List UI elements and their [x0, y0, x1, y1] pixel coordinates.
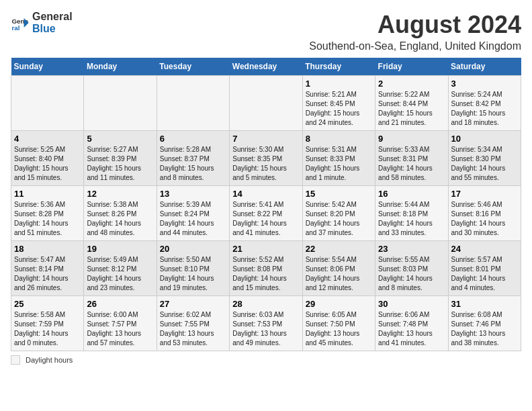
day-info: Sunrise: 5:50 AM Sunset: 8:10 PM Dayligh…: [160, 255, 226, 293]
calendar-cell: 13Sunrise: 5:39 AM Sunset: 8:24 PM Dayli…: [157, 186, 229, 241]
day-number: 2: [378, 79, 445, 89]
day-info: Sunrise: 5:21 AM Sunset: 8:45 PM Dayligh…: [306, 90, 372, 128]
logo: Gene ral General Blue: [11, 11, 73, 34]
calendar-header-row: SundayMondayTuesdayWednesdayThursdayFrid…: [11, 58, 521, 76]
day-number: 15: [306, 189, 372, 199]
day-info: Sunrise: 5:52 AM Sunset: 8:08 PM Dayligh…: [232, 255, 299, 293]
calendar-cell: 7Sunrise: 5:30 AM Sunset: 8:35 PM Daylig…: [230, 131, 302, 186]
day-info: Sunrise: 5:42 AM Sunset: 8:20 PM Dayligh…: [306, 200, 372, 238]
day-number: 26: [87, 299, 153, 309]
day-number: 31: [451, 299, 518, 309]
day-number: 19: [87, 244, 153, 254]
day-info: Sunrise: 5:39 AM Sunset: 8:24 PM Dayligh…: [160, 200, 226, 238]
day-info: Sunrise: 5:27 AM Sunset: 8:39 PM Dayligh…: [87, 145, 153, 183]
calendar-week-row: 25Sunrise: 5:58 AM Sunset: 7:59 PM Dayli…: [11, 296, 521, 351]
day-number: 11: [14, 189, 81, 199]
calendar-cell: 27Sunrise: 6:02 AM Sunset: 7:55 PM Dayli…: [157, 296, 229, 351]
calendar-cell: 20Sunrise: 5:50 AM Sunset: 8:10 PM Dayli…: [157, 241, 229, 296]
day-number: 6: [160, 134, 226, 144]
day-info: Sunrise: 5:38 AM Sunset: 8:26 PM Dayligh…: [87, 200, 153, 238]
calendar-cell: 3Sunrise: 5:24 AM Sunset: 8:42 PM Daylig…: [448, 76, 521, 131]
day-number: 22: [306, 244, 372, 254]
calendar-cell: 15Sunrise: 5:42 AM Sunset: 8:20 PM Dayli…: [302, 186, 375, 241]
day-number: 9: [378, 134, 445, 144]
calendar-cell: 19Sunrise: 5:49 AM Sunset: 8:12 PM Dayli…: [84, 241, 157, 296]
day-info: Sunrise: 5:22 AM Sunset: 8:44 PM Dayligh…: [378, 90, 445, 128]
main-title: August 2024: [309, 11, 521, 39]
day-number: 8: [306, 134, 372, 144]
day-info: Sunrise: 6:03 AM Sunset: 7:53 PM Dayligh…: [232, 310, 299, 348]
day-number: 5: [87, 134, 153, 144]
day-info: Sunrise: 6:06 AM Sunset: 7:48 PM Dayligh…: [378, 310, 445, 348]
day-info: Sunrise: 6:05 AM Sunset: 7:50 PM Dayligh…: [306, 310, 372, 348]
calendar-table: SundayMondayTuesdayWednesdayThursdayFrid…: [11, 58, 521, 351]
calendar-cell: 25Sunrise: 5:58 AM Sunset: 7:59 PM Dayli…: [11, 296, 84, 351]
logo-blue: Blue: [32, 23, 73, 35]
calendar-cell: 17Sunrise: 5:46 AM Sunset: 8:16 PM Dayli…: [448, 186, 521, 241]
calendar-header-tuesday: Tuesday: [157, 58, 229, 76]
day-info: Sunrise: 5:28 AM Sunset: 8:37 PM Dayligh…: [160, 145, 226, 183]
calendar-cell: 16Sunrise: 5:44 AM Sunset: 8:18 PM Dayli…: [375, 186, 448, 241]
calendar-cell: 18Sunrise: 5:47 AM Sunset: 8:14 PM Dayli…: [11, 241, 84, 296]
day-info: Sunrise: 6:02 AM Sunset: 7:55 PM Dayligh…: [160, 310, 226, 348]
day-info: Sunrise: 5:55 AM Sunset: 8:03 PM Dayligh…: [378, 255, 445, 293]
day-info: Sunrise: 5:31 AM Sunset: 8:33 PM Dayligh…: [306, 145, 372, 183]
day-number: 20: [160, 244, 226, 254]
calendar-cell: [230, 76, 302, 131]
calendar-cell: [11, 76, 84, 131]
day-info: Sunrise: 5:54 AM Sunset: 8:06 PM Dayligh…: [306, 255, 372, 293]
calendar-header-saturday: Saturday: [448, 58, 521, 76]
day-info: Sunrise: 6:00 AM Sunset: 7:57 PM Dayligh…: [87, 310, 153, 348]
calendar-cell: 31Sunrise: 6:08 AM Sunset: 7:46 PM Dayli…: [448, 296, 521, 351]
day-info: Sunrise: 5:49 AM Sunset: 8:12 PM Dayligh…: [87, 255, 153, 293]
day-number: 24: [451, 244, 518, 254]
day-number: 28: [232, 299, 299, 309]
logo-general: General: [32, 11, 73, 23]
day-number: 25: [14, 299, 81, 309]
calendar-header-monday: Monday: [84, 58, 157, 76]
calendar-header-friday: Friday: [375, 58, 448, 76]
day-info: Sunrise: 5:57 AM Sunset: 8:01 PM Dayligh…: [451, 255, 518, 293]
day-number: 23: [378, 244, 445, 254]
day-number: 1: [306, 79, 372, 89]
calendar-cell: 5Sunrise: 5:27 AM Sunset: 8:39 PM Daylig…: [84, 131, 157, 186]
calendar-cell: 24Sunrise: 5:57 AM Sunset: 8:01 PM Dayli…: [448, 241, 521, 296]
day-number: 18: [14, 244, 81, 254]
daylight-label: Daylight hours: [26, 356, 73, 364]
calendar-cell: [157, 76, 229, 131]
footer-note: Daylight hours: [11, 355, 521, 365]
calendar-cell: 9Sunrise: 5:33 AM Sunset: 8:31 PM Daylig…: [375, 131, 448, 186]
calendar-cell: 26Sunrise: 6:00 AM Sunset: 7:57 PM Dayli…: [84, 296, 157, 351]
day-number: 30: [378, 299, 445, 309]
day-number: 14: [232, 189, 299, 199]
day-info: Sunrise: 6:08 AM Sunset: 7:46 PM Dayligh…: [451, 310, 518, 348]
day-number: 27: [160, 299, 226, 309]
calendar-cell: 8Sunrise: 5:31 AM Sunset: 8:33 PM Daylig…: [302, 131, 375, 186]
day-info: Sunrise: 5:46 AM Sunset: 8:16 PM Dayligh…: [451, 200, 518, 238]
calendar-week-row: 4Sunrise: 5:25 AM Sunset: 8:40 PM Daylig…: [11, 131, 521, 186]
calendar-cell: 30Sunrise: 6:06 AM Sunset: 7:48 PM Dayli…: [375, 296, 448, 351]
calendar-cell: 12Sunrise: 5:38 AM Sunset: 8:26 PM Dayli…: [84, 186, 157, 241]
calendar-cell: 4Sunrise: 5:25 AM Sunset: 8:40 PM Daylig…: [11, 131, 84, 186]
subtitle: Southend-on-Sea, England, United Kingdom: [309, 40, 521, 52]
calendar-cell: 23Sunrise: 5:55 AM Sunset: 8:03 PM Dayli…: [375, 241, 448, 296]
daylight-color-box: [11, 355, 20, 365]
day-number: 3: [451, 79, 518, 89]
day-number: 21: [232, 244, 299, 254]
day-number: 4: [14, 134, 81, 144]
day-info: Sunrise: 5:47 AM Sunset: 8:14 PM Dayligh…: [14, 255, 81, 293]
calendar-cell: 28Sunrise: 6:03 AM Sunset: 7:53 PM Dayli…: [230, 296, 302, 351]
calendar-cell: 21Sunrise: 5:52 AM Sunset: 8:08 PM Dayli…: [230, 241, 302, 296]
calendar-cell: 10Sunrise: 5:34 AM Sunset: 8:30 PM Dayli…: [448, 131, 521, 186]
calendar-week-row: 11Sunrise: 5:36 AM Sunset: 8:28 PM Dayli…: [11, 186, 521, 241]
day-number: 12: [87, 189, 153, 199]
day-info: Sunrise: 5:25 AM Sunset: 8:40 PM Dayligh…: [14, 145, 81, 183]
calendar-cell: 11Sunrise: 5:36 AM Sunset: 8:28 PM Dayli…: [11, 186, 84, 241]
calendar-header-thursday: Thursday: [302, 58, 375, 76]
header: Gene ral General Blue August 2024 Southe…: [11, 11, 521, 52]
calendar-cell: 14Sunrise: 5:41 AM Sunset: 8:22 PM Dayli…: [230, 186, 302, 241]
day-info: Sunrise: 5:36 AM Sunset: 8:28 PM Dayligh…: [14, 200, 81, 238]
calendar-cell: 22Sunrise: 5:54 AM Sunset: 8:06 PM Dayli…: [302, 241, 375, 296]
calendar-cell: 6Sunrise: 5:28 AM Sunset: 8:37 PM Daylig…: [157, 131, 229, 186]
day-info: Sunrise: 5:30 AM Sunset: 8:35 PM Dayligh…: [232, 145, 299, 183]
